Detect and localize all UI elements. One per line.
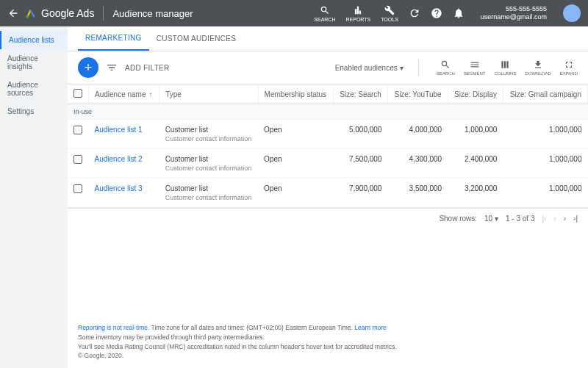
col-display[interactable]: Size: Display bbox=[448, 84, 503, 104]
col-search[interactable]: Size: Search bbox=[333, 84, 387, 104]
type-main: Customer list bbox=[165, 126, 252, 134]
learn-more-link[interactable]: Learn more bbox=[354, 324, 386, 331]
table-row: Audience list 2Customer listCustomer con… bbox=[68, 149, 588, 178]
show-rows-label: Show rows: bbox=[439, 214, 477, 223]
type-main: Customer list bbox=[165, 184, 252, 192]
chevron-down-icon: ▾ bbox=[400, 64, 404, 72]
size-youtube-cell: 4,000,000 bbox=[387, 120, 448, 149]
toolbar-download-button[interactable]: DOWNLOAD bbox=[525, 59, 551, 76]
sidebar-item-audience-lists[interactable]: Audience lists bbox=[0, 31, 68, 49]
product-logo[interactable]: Google Ads bbox=[25, 7, 94, 19]
audience-name-link[interactable]: Audience list 1 bbox=[95, 126, 143, 134]
account-email: username@gmail.com bbox=[481, 13, 547, 21]
footer: Reporting is not real-time. Time zone fo… bbox=[68, 316, 588, 368]
account-phone: 555-555-5555 bbox=[481, 5, 547, 13]
toolbar-segment-button[interactable]: SEGMENT bbox=[464, 59, 486, 76]
last-page-button[interactable]: ›| bbox=[573, 214, 578, 223]
footer-line-2: Some inventory may be provided through t… bbox=[78, 333, 578, 342]
divider bbox=[103, 6, 104, 21]
avatar[interactable] bbox=[563, 4, 581, 22]
sidebar-item-settings[interactable]: Settings bbox=[0, 102, 68, 120]
status-cell: Open bbox=[258, 120, 333, 149]
size-search-cell: 7,500,000 bbox=[333, 149, 387, 178]
status-cell: Open bbox=[258, 178, 333, 208]
filter-button[interactable] bbox=[106, 62, 118, 73]
tools-icon bbox=[384, 5, 395, 15]
expand-icon bbox=[564, 59, 574, 70]
sidebar-item-audience-sources[interactable]: Audience sources bbox=[0, 76, 68, 102]
row-checkbox[interactable] bbox=[74, 126, 82, 134]
type-sub: Customer contact information bbox=[165, 135, 252, 142]
download-icon bbox=[533, 59, 543, 70]
tabs: REMARKETING CUSTOM AUDIENCES bbox=[68, 26, 588, 51]
size-display-cell: 3,200,000 bbox=[448, 178, 503, 208]
col-gmail[interactable]: Size: Gmail campaign bbox=[503, 84, 587, 104]
toolbar-search-button[interactable]: SEARCH bbox=[437, 59, 455, 76]
pagination: Show rows: 10 ▾ 1 - 3 of 3 |‹ ‹ › ›| bbox=[68, 208, 588, 228]
audience-name-link[interactable]: Audience list 2 bbox=[95, 155, 143, 163]
sidebar: Audience lists Audience insights Audienc… bbox=[0, 26, 68, 368]
toolbar-expand-button[interactable]: EXPAND bbox=[560, 59, 578, 76]
section-row: In-use bbox=[68, 104, 588, 120]
tab-remarketing[interactable]: REMARKETING bbox=[78, 26, 149, 51]
select-all-checkbox[interactable] bbox=[74, 89, 82, 98]
size-gmail-cell: 1,000,000 bbox=[503, 149, 587, 178]
header-reports-button[interactable]: REPORTS bbox=[346, 5, 371, 22]
account-info[interactable]: 555-555-5555 username@gmail.com bbox=[481, 5, 547, 21]
segment-icon bbox=[470, 59, 480, 70]
search-icon bbox=[320, 5, 330, 15]
status-cell: Open bbox=[258, 149, 333, 178]
type-sub: Customer contact information bbox=[165, 165, 252, 172]
prev-page-button[interactable]: ‹ bbox=[553, 214, 556, 223]
footer-line-3: You'll see Media Rating Council (MRC) ac… bbox=[78, 342, 578, 352]
size-gmail-cell: 1,000,000 bbox=[503, 178, 587, 208]
size-youtube-cell: 4,300,000 bbox=[387, 149, 448, 178]
help-button[interactable] bbox=[431, 7, 442, 19]
size-gmail-cell: 1,000,000 bbox=[503, 120, 587, 149]
add-button[interactable]: + bbox=[78, 57, 98, 78]
row-checkbox[interactable] bbox=[74, 184, 82, 193]
audience-table: Audience name↑ Type Membership status Si… bbox=[68, 84, 588, 208]
help-icon bbox=[431, 7, 442, 19]
size-search-cell: 7,900,000 bbox=[333, 178, 387, 208]
size-search-cell: 5,000,000 bbox=[333, 120, 387, 149]
columns-icon bbox=[500, 59, 510, 70]
page-range: 1 - 3 of 3 bbox=[506, 214, 534, 223]
add-filter-label[interactable]: ADD FILTER bbox=[125, 64, 170, 72]
product-name: Google Ads bbox=[41, 7, 94, 19]
col-name[interactable]: Audience name↑ bbox=[89, 84, 159, 104]
next-page-button[interactable]: › bbox=[564, 214, 566, 223]
header-tools-button[interactable]: TOOLS bbox=[381, 5, 398, 22]
table-row: Audience list 3Customer listCustomer con… bbox=[68, 178, 588, 208]
type-main: Customer list bbox=[165, 155, 252, 163]
page-title: Audience manager bbox=[112, 8, 193, 19]
col-status[interactable]: Membership status bbox=[258, 84, 333, 104]
reporting-realtime-link[interactable]: Reporting is not real-time. bbox=[78, 324, 149, 331]
tab-custom-audiences[interactable]: CUSTOM AUDIENCES bbox=[149, 26, 244, 51]
col-youtube[interactable]: Size: YouTube bbox=[387, 84, 448, 104]
toolbar-columns-button[interactable]: COLUMNS bbox=[494, 59, 516, 76]
size-display-cell: 1,000,000 bbox=[448, 120, 503, 149]
col-type[interactable]: Type bbox=[159, 84, 258, 104]
refresh-button[interactable] bbox=[409, 7, 420, 19]
top-bar: Google Ads Audience manager SEARCH REPOR… bbox=[0, 0, 588, 26]
search-icon bbox=[440, 59, 451, 70]
footer-copyright: © Google, 2020. bbox=[78, 351, 578, 361]
filter-icon bbox=[106, 62, 118, 73]
reports-icon bbox=[353, 5, 363, 15]
toolbar: + ADD FILTER Enabled audiences▾ SEARCH S… bbox=[68, 51, 588, 84]
header-search-button[interactable]: SEARCH bbox=[314, 5, 335, 22]
bell-icon bbox=[453, 7, 465, 19]
back-arrow-icon[interactable] bbox=[7, 7, 19, 19]
enabled-audiences-dropdown[interactable]: Enabled audiences▾ bbox=[335, 64, 404, 72]
sidebar-item-audience-insights[interactable]: Audience insights bbox=[0, 49, 68, 76]
row-checkbox[interactable] bbox=[74, 155, 82, 164]
refresh-icon bbox=[409, 7, 420, 19]
first-page-button[interactable]: |‹ bbox=[542, 214, 546, 223]
svg-point-0 bbox=[26, 15, 29, 18]
rows-per-page-dropdown[interactable]: 10 ▾ bbox=[484, 214, 498, 223]
audience-name-link[interactable]: Audience list 3 bbox=[95, 184, 143, 192]
notifications-button[interactable] bbox=[453, 7, 465, 19]
size-display-cell: 2,400,000 bbox=[448, 149, 503, 178]
size-youtube-cell: 3,500,000 bbox=[387, 178, 448, 208]
